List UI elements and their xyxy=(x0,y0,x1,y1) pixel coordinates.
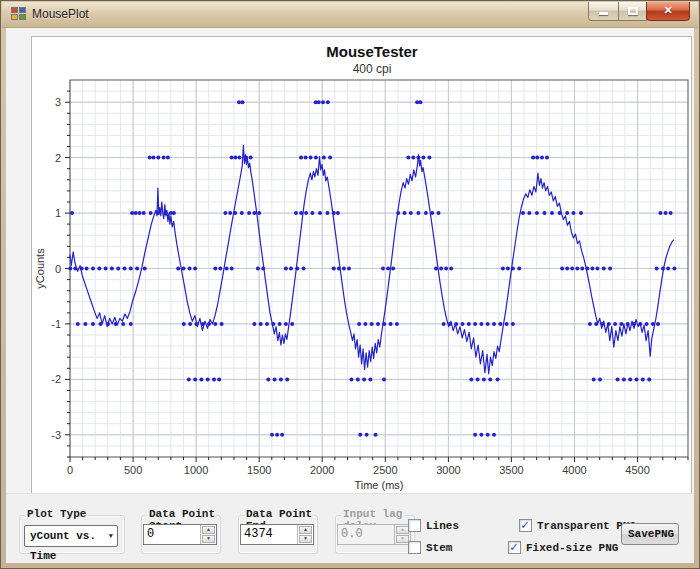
app-icon-pane xyxy=(19,7,26,13)
chevron-down-icon: ▼ xyxy=(109,526,113,546)
stem-checkbox[interactable]: ✓ Stem xyxy=(408,541,452,554)
svg-text:1: 1 xyxy=(55,207,61,219)
data-end-input[interactable]: 4374 ▲ ▼ xyxy=(240,524,314,545)
stem-checkbox-label: Stem xyxy=(426,542,452,554)
app-window: MousePlot ✕ 0500100015002000250030003500… xyxy=(0,0,700,569)
svg-text:3000: 3000 xyxy=(436,464,460,476)
svg-text:2500: 2500 xyxy=(373,464,397,476)
title-bar: MousePlot ✕ xyxy=(2,2,698,28)
svg-text:4500: 4500 xyxy=(625,464,649,476)
chart-panel: 0500100015002000250030003500400045003210… xyxy=(31,36,692,495)
data-end-value: 4374 xyxy=(244,527,273,541)
maximize-button[interactable] xyxy=(618,2,647,21)
checkbox-box-icon: ✓ xyxy=(508,541,521,554)
window-buttons: ✕ xyxy=(589,2,690,21)
data-start-input[interactable]: 0 ▲ ▼ xyxy=(143,524,217,545)
spin-down-icon[interactable]: ▼ xyxy=(202,535,215,543)
minimize-button[interactable] xyxy=(588,2,619,21)
data-end-spinner: ▲ ▼ xyxy=(297,525,313,544)
svg-text:2000: 2000 xyxy=(310,464,334,476)
maximize-icon xyxy=(628,7,638,15)
svg-text:0: 0 xyxy=(67,464,73,476)
save-png-button[interactable]: SavePNG xyxy=(621,523,679,545)
svg-text:2: 2 xyxy=(55,152,61,164)
checkbox-box-icon: ✓ xyxy=(408,541,421,554)
data-start-spinner: ▲ ▼ xyxy=(200,525,216,544)
fixed-size-png-checkbox-label: Fixed-size PNG xyxy=(526,542,618,554)
close-button[interactable]: ✕ xyxy=(646,2,690,21)
app-icon-pane xyxy=(11,14,18,20)
x-axis-title: Time (ms) xyxy=(354,479,403,491)
svg-text:-1: -1 xyxy=(51,318,61,330)
app-icon xyxy=(11,7,27,22)
svg-text:1000: 1000 xyxy=(184,464,208,476)
spin-up-icon[interactable]: ▲ xyxy=(202,526,215,534)
svg-text:500: 500 xyxy=(124,464,142,476)
data-start-value: 0 xyxy=(147,527,154,541)
input-lag-value: 0.0 xyxy=(341,527,363,541)
y-tick-labels: 3210-1-2-3 xyxy=(51,96,61,441)
svg-text:0: 0 xyxy=(55,263,61,275)
window-title: MousePlot xyxy=(32,7,89,21)
check-icon: ✓ xyxy=(521,517,529,533)
chart-subtitle: 400 cpi xyxy=(353,62,392,76)
lines-checkbox-label: Lines xyxy=(426,520,459,532)
plot-type-label: Plot Type xyxy=(25,508,88,520)
close-icon: ✕ xyxy=(647,4,689,17)
svg-text:4000: 4000 xyxy=(562,464,586,476)
app-icon-pane xyxy=(19,14,26,20)
checkbox-box-icon: ✓ xyxy=(408,519,421,532)
y-axis-title: yCounts xyxy=(34,248,46,289)
control-strip: Plot Type yCount vs. Time ▼ Data PointSt… xyxy=(6,493,694,563)
fixed-size-png-checkbox[interactable]: ✓ Fixed-size PNG xyxy=(508,541,618,554)
spin-down-icon[interactable]: ▼ xyxy=(299,535,312,543)
chart-svg: 0500100015002000250030003500400045003210… xyxy=(32,37,691,494)
major-grid xyxy=(70,80,688,457)
x-tick-labels: 050010001500200025003000350040004500 xyxy=(67,464,650,476)
svg-text:-2: -2 xyxy=(51,373,61,385)
svg-text:1500: 1500 xyxy=(247,464,271,476)
minimize-icon xyxy=(599,12,608,15)
window-content: 0500100015002000250030003500400045003210… xyxy=(6,28,694,563)
transparent-png-checkbox[interactable]: ✓ Transparent PNG xyxy=(519,519,636,532)
chart-title: MouseTester xyxy=(326,43,418,60)
lines-checkbox[interactable]: ✓ Lines xyxy=(408,519,459,532)
plot-type-combobox[interactable]: yCount vs. Time ▼ xyxy=(24,525,118,547)
plot-type-value: yCount vs. Time xyxy=(30,530,96,562)
app-icon-pane xyxy=(11,7,18,13)
svg-text:-3: -3 xyxy=(51,429,61,441)
svg-text:3: 3 xyxy=(55,96,61,108)
spin-up-icon[interactable]: ▲ xyxy=(299,526,312,534)
check-icon: ✓ xyxy=(510,539,518,555)
input-lag-input: 0.0 ▲ ▼ xyxy=(337,524,411,545)
svg-text:3500: 3500 xyxy=(499,464,523,476)
checkbox-box-icon: ✓ xyxy=(519,519,532,532)
